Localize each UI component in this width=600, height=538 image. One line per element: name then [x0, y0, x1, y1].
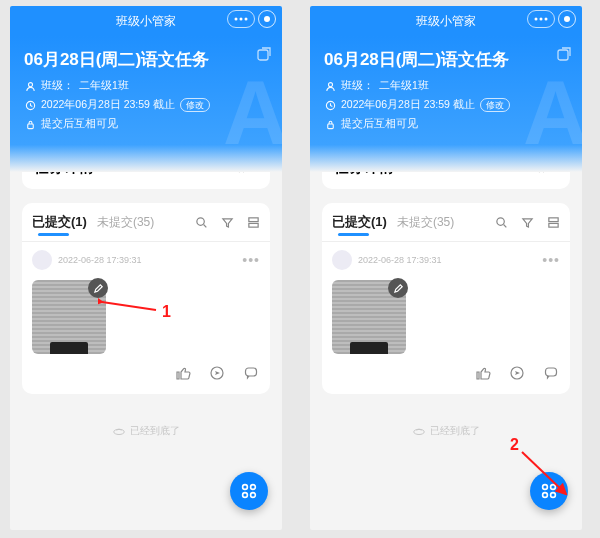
app-title: 班级小管家 — [116, 13, 176, 30]
svg-rect-27 — [548, 223, 557, 227]
search-icon[interactable] — [194, 215, 208, 229]
lock-icon — [24, 118, 36, 130]
svg-point-14 — [251, 485, 256, 490]
end-of-list: 已经到底了 — [310, 424, 582, 438]
submission-thumbnail[interactable] — [32, 280, 106, 354]
svg-point-33 — [543, 493, 548, 498]
share-post-icon[interactable] — [208, 364, 226, 382]
fab-button[interactable] — [530, 472, 568, 510]
class-value: 二年级1班 — [379, 79, 429, 93]
filter-icon[interactable] — [520, 215, 534, 229]
svg-rect-3 — [258, 50, 268, 60]
svg-point-34 — [551, 493, 556, 498]
class-label: 班级： — [341, 79, 374, 93]
svg-point-25 — [496, 217, 503, 224]
visibility-line: 提交后互相可见 — [324, 117, 568, 131]
clock-icon — [324, 99, 336, 111]
task-header: A 06月28日(周二)语文任务 班级： 二年级1班 2022年06月28日 2… — [10, 36, 282, 172]
clock-icon — [24, 99, 36, 111]
svg-rect-29 — [546, 368, 557, 376]
layout-icon[interactable] — [546, 215, 560, 229]
close-miniapp-button[interactable] — [558, 10, 576, 28]
svg-rect-11 — [246, 368, 257, 376]
svg-point-22 — [328, 82, 332, 86]
class-label: 班级： — [41, 79, 74, 93]
svg-point-31 — [543, 485, 548, 490]
svg-point-13 — [243, 485, 248, 490]
close-miniapp-button[interactable] — [258, 10, 276, 28]
title-bar: 班级小管家 — [310, 6, 582, 36]
more-button[interactable] — [227, 10, 255, 28]
svg-point-18 — [535, 18, 538, 21]
modify-deadline-button[interactable]: 修改 — [480, 98, 510, 112]
share-post-icon[interactable] — [508, 364, 526, 382]
svg-point-1 — [240, 18, 243, 21]
watermark-icon: A — [523, 62, 582, 165]
svg-point-12 — [114, 429, 125, 434]
title-bar: 班级小管家 — [10, 6, 282, 36]
visibility-text: 提交后互相可见 — [41, 117, 118, 131]
submission-tabs: 已提交(1) 未提交(35) — [332, 213, 560, 231]
avatar[interactable] — [32, 250, 52, 270]
app-title: 班级小管家 — [416, 13, 476, 30]
svg-point-20 — [545, 18, 548, 21]
end-of-list: 已经到底了 — [10, 424, 282, 438]
submission-post: 2022-06-28 17:39:31 ••• — [32, 242, 260, 382]
share-icon[interactable] — [556, 46, 572, 66]
class-icon — [24, 80, 36, 92]
search-icon[interactable] — [494, 215, 508, 229]
deadline-line: 2022年06月28日 23:59 截止 修改 — [24, 98, 268, 112]
class-line: 班级： 二年级1班 — [324, 79, 568, 93]
post-header: 2022-06-28 17:39:31 ••• — [32, 250, 260, 270]
svg-point-2 — [245, 18, 248, 21]
class-value: 二年级1班 — [79, 79, 129, 93]
svg-rect-21 — [558, 50, 568, 60]
edit-icon[interactable] — [88, 278, 108, 298]
comment-icon[interactable] — [542, 364, 560, 382]
fab-button[interactable] — [230, 472, 268, 510]
watermark-icon: A — [223, 62, 282, 165]
svg-rect-9 — [248, 223, 257, 227]
svg-point-19 — [540, 18, 543, 21]
titlebar-actions — [227, 10, 276, 28]
class-icon — [324, 80, 336, 92]
tab-unsubmitted[interactable]: 未提交(35) — [97, 214, 154, 231]
svg-point-16 — [251, 493, 256, 498]
tab-submitted[interactable]: 已提交(1) — [32, 213, 87, 231]
tab-submitted[interactable]: 已提交(1) — [332, 213, 387, 231]
lock-icon — [324, 118, 336, 130]
svg-point-15 — [243, 493, 248, 498]
like-icon[interactable] — [474, 364, 492, 382]
share-icon[interactable] — [256, 46, 272, 66]
post-actions — [32, 364, 260, 382]
titlebar-actions — [527, 10, 576, 28]
task-header: A 06月28日(周二)语文任务 班级： 二年级1班 2022年06月28日 2… — [310, 36, 582, 172]
post-header: 2022-06-28 17:39:31 ••• — [332, 250, 560, 270]
post-actions — [332, 364, 560, 382]
task-title: 06月28日(周二)语文任务 — [24, 48, 268, 71]
tab-unsubmitted[interactable]: 未提交(35) — [397, 214, 454, 231]
post-more-button[interactable]: ••• — [542, 252, 560, 268]
like-icon[interactable] — [174, 364, 192, 382]
submission-thumbnail[interactable] — [332, 280, 406, 354]
phone-right: 班级小管家 A 06月28日(周二)语文任务 班级： 二年级1班 2022年06… — [310, 6, 582, 530]
submission-tabs: 已提交(1) 未提交(35) — [32, 213, 260, 231]
phone-left: 班级小管家 A 06月28日(周二)语文任务 班级： 二年级1班 — [10, 6, 282, 530]
layout-icon[interactable] — [246, 215, 260, 229]
avatar[interactable] — [332, 250, 352, 270]
class-line: 班级： 二年级1班 — [24, 79, 268, 93]
visibility-text: 提交后互相可见 — [341, 117, 418, 131]
svg-point-7 — [196, 217, 203, 224]
task-title: 06月28日(周二)语文任务 — [324, 48, 568, 71]
svg-point-0 — [235, 18, 238, 21]
filter-icon[interactable] — [220, 215, 234, 229]
modify-deadline-button[interactable]: 修改 — [180, 98, 210, 112]
more-button[interactable] — [527, 10, 555, 28]
edit-icon[interactable] — [388, 278, 408, 298]
comment-icon[interactable] — [242, 364, 260, 382]
post-more-button[interactable]: ••• — [242, 252, 260, 268]
svg-point-30 — [414, 429, 425, 434]
svg-rect-6 — [27, 124, 33, 129]
svg-rect-26 — [548, 217, 557, 221]
submissions-card: 已提交(1) 未提交(35) 2022-06-28 17:39:31 ••• — [22, 203, 270, 394]
